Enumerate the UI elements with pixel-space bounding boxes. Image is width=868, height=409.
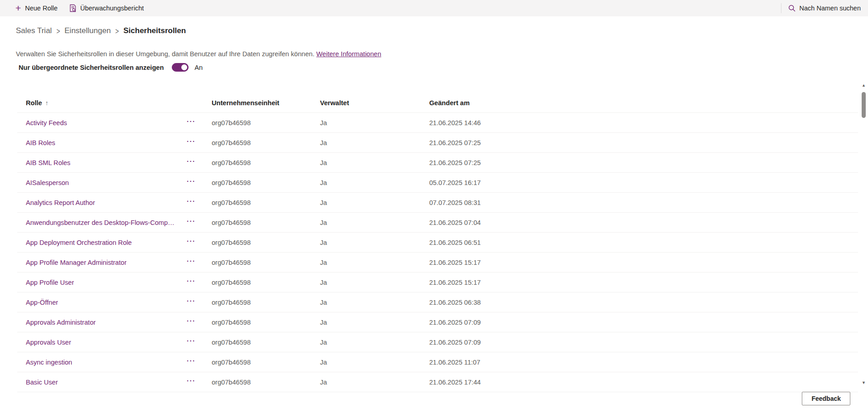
toggle-knob <box>181 64 187 70</box>
role-link[interactable]: Approvals Administrator <box>26 319 96 326</box>
row-more-options-icon[interactable]: ··· <box>186 299 197 306</box>
row-managed: Ja <box>320 379 327 386</box>
row-business-unit: org07b46598 <box>212 139 251 146</box>
table-row: App Profile Manager Administrator ··· or… <box>17 253 858 273</box>
security-roles-table: Rolle↑ Unternehmenseinheit Verwaltet Geä… <box>17 93 858 392</box>
vertical-scrollbar: ▲ ▼ <box>860 83 867 385</box>
column-header-business-unit[interactable]: Unternehmenseinheit <box>212 99 279 107</box>
row-modified: 21.06.2025 07:09 <box>429 319 481 326</box>
breadcrumb-environment[interactable]: Sales Trial <box>16 26 52 35</box>
row-modified: 21.06.2025 15:17 <box>429 259 481 266</box>
row-more-options-icon[interactable]: ··· <box>186 359 197 365</box>
role-link[interactable]: Analytics Report Author <box>26 199 95 206</box>
new-role-button[interactable]: + Neue Rolle <box>10 0 63 16</box>
row-more-options-icon[interactable]: ··· <box>186 160 197 166</box>
row-managed: Ja <box>320 259 327 266</box>
table-row: Async ingestion ··· org07b46598 Ja 21.06… <box>17 352 858 372</box>
column-header-modified[interactable]: Geändert am <box>429 99 470 107</box>
table-row: AISalesperson ··· org07b46598 Ja 05.07.2… <box>17 173 858 193</box>
parent-roles-toggle-label: Nur übergeordnete Sicherheitsrollen anze… <box>19 64 164 71</box>
row-modified: 21.06.2025 07:04 <box>429 219 481 226</box>
row-more-options-icon[interactable]: ··· <box>186 319 197 326</box>
role-link[interactable]: Approvals User <box>26 339 71 346</box>
role-link[interactable]: Anwendungsbenutzer des Desktop-Flows-Com… <box>26 219 176 226</box>
row-business-unit: org07b46598 <box>212 279 251 286</box>
search-label: Nach Namen suchen <box>800 5 861 12</box>
command-bar: + Neue Rolle Überwachungsbericht <box>0 0 868 16</box>
role-link[interactable]: App Profile User <box>26 279 74 286</box>
row-more-options-icon[interactable]: ··· <box>186 239 197 246</box>
row-modified: 21.06.2025 15:17 <box>429 279 481 286</box>
table-row: App Deployment Orchestration Role ··· or… <box>17 233 858 253</box>
role-link[interactable]: AISalesperson <box>26 179 69 186</box>
audit-report-label: Überwachungsbericht <box>80 5 144 12</box>
row-managed: Ja <box>320 119 327 127</box>
table-row: App-Öffner ··· org07b46598 Ja 21.06.2025… <box>17 292 858 312</box>
row-managed: Ja <box>320 279 327 286</box>
row-business-unit: org07b46598 <box>212 159 251 166</box>
row-business-unit: org07b46598 <box>212 359 251 366</box>
role-link[interactable]: AIB Roles <box>26 139 55 146</box>
breadcrumb-separator-icon: > <box>56 26 60 35</box>
column-header-managed[interactable]: Verwaltet <box>320 99 349 107</box>
role-link[interactable]: Activity Feeds <box>26 119 67 127</box>
row-more-options-icon[interactable]: ··· <box>186 339 197 346</box>
row-managed: Ja <box>320 239 327 246</box>
search-icon <box>788 5 795 12</box>
audit-report-icon <box>69 4 76 12</box>
parent-roles-toggle[interactable] <box>172 63 189 72</box>
table-row: Basic User ··· org07b46598 Ja 21.06.2025… <box>17 372 858 392</box>
breadcrumb-settings[interactable]: Einstellungen <box>64 26 111 35</box>
role-link[interactable]: App-Öffner <box>26 299 58 306</box>
role-link[interactable]: Async ingestion <box>26 359 72 366</box>
row-modified: 21.06.2025 06:38 <box>429 299 481 306</box>
row-more-options-icon[interactable]: ··· <box>186 379 197 385</box>
scroll-up-icon[interactable]: ▲ <box>860 83 867 88</box>
audit-report-button[interactable]: Überwachungsbericht <box>63 0 150 16</box>
table-row: Analytics Report Author ··· org07b46598 … <box>17 193 858 213</box>
learn-more-link[interactable]: Weitere Informationen <box>316 50 381 58</box>
row-modified: 05.07.2025 16:17 <box>429 179 481 186</box>
table-row: AIB Roles ··· org07b46598 Ja 21.06.2025 … <box>17 133 858 153</box>
row-managed: Ja <box>320 319 327 326</box>
row-business-unit: org07b46598 <box>212 239 251 246</box>
row-business-unit: org07b46598 <box>212 199 251 206</box>
feedback-button[interactable]: Feedback <box>802 392 850 405</box>
row-modified: 21.06.2025 17:44 <box>429 379 481 386</box>
table-row: Activity Feeds ··· org07b46598 Ja 21.06.… <box>17 113 858 133</box>
row-more-options-icon[interactable]: ··· <box>186 120 197 126</box>
row-more-options-icon[interactable]: ··· <box>186 200 197 206</box>
row-managed: Ja <box>320 159 327 166</box>
column-header-role[interactable]: Rolle↑ <box>26 99 48 107</box>
row-business-unit: org07b46598 <box>212 319 251 326</box>
row-modified: 21.06.2025 11:07 <box>429 359 480 366</box>
search-by-name-button[interactable]: Nach Namen suchen <box>781 0 868 16</box>
row-business-unit: org07b46598 <box>212 299 251 306</box>
table-row: Approvals Administrator ··· org07b46598 … <box>17 312 858 332</box>
scrollbar-thumb[interactable] <box>862 92 866 118</box>
role-link[interactable]: Basic User <box>26 379 58 386</box>
row-business-unit: org07b46598 <box>212 339 251 346</box>
breadcrumb: Sales Trial > Einstellungen > Sicherheit… <box>16 26 186 35</box>
row-managed: Ja <box>320 359 327 366</box>
role-link[interactable]: App Profile Manager Administrator <box>26 259 126 266</box>
row-more-options-icon[interactable]: ··· <box>186 259 197 266</box>
row-business-unit: org07b46598 <box>212 179 251 186</box>
row-modified: 21.06.2025 07:25 <box>429 159 481 166</box>
page-title: Sicherheitsrollen <box>123 26 186 35</box>
row-more-options-icon[interactable]: ··· <box>186 279 197 286</box>
filter-row: Nur übergeordnete Sicherheitsrollen anze… <box>19 63 203 72</box>
row-managed: Ja <box>320 179 327 186</box>
row-more-options-icon[interactable]: ··· <box>186 140 197 146</box>
row-more-options-icon[interactable]: ··· <box>186 180 197 186</box>
table-row: Anwendungsbenutzer des Desktop-Flows-Com… <box>17 213 858 233</box>
new-role-label: Neue Rolle <box>25 5 58 12</box>
table-row: AIB SML Roles ··· org07b46598 Ja 21.06.2… <box>17 153 858 173</box>
row-modified: 21.06.2025 06:51 <box>429 239 481 246</box>
scroll-down-icon[interactable]: ▼ <box>860 380 867 385</box>
role-link[interactable]: App Deployment Orchestration Role <box>26 239 132 246</box>
table-row: Approvals User ··· org07b46598 Ja 21.06.… <box>17 332 858 352</box>
role-link[interactable]: AIB SML Roles <box>26 159 70 166</box>
row-more-options-icon[interactable]: ··· <box>186 219 197 226</box>
row-modified: 21.06.2025 14:46 <box>429 119 481 127</box>
